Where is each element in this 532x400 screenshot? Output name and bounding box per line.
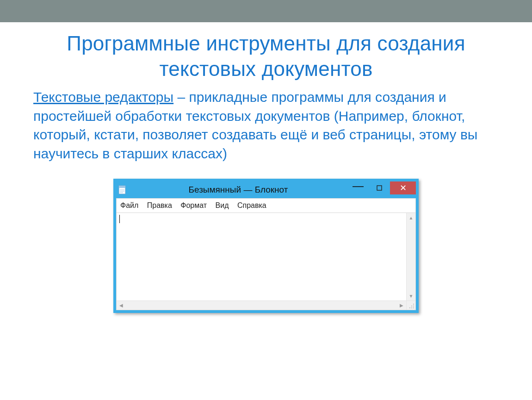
svg-point-10 [411,307,412,308]
notepad-menubar: Файл Правка Формат Вид Справка [116,198,416,213]
scroll-up-icon: ▲ [407,213,415,222]
slide-content: Программные инструменты для создания тек… [0,22,532,313]
svg-point-9 [413,307,414,308]
scroll-left-icon: ◀ [117,301,126,310]
svg-point-6 [413,304,414,305]
text-caret [119,215,120,223]
slide-title: Программные инструменты для создания тек… [33,31,499,81]
svg-point-8 [411,306,412,306]
svg-rect-5 [377,186,382,190]
close-button[interactable]: ✕ [390,181,416,194]
paragraph-lead: Текстовые редакторы [33,89,173,105]
notepad-titlebar[interactable]: Безымянный — Блокнот — ✕ [116,181,416,198]
vertical-scrollbar[interactable]: ▲ ▼ [406,213,415,300]
close-icon: ✕ [400,183,407,193]
maximize-icon [377,185,382,191]
minimize-button[interactable]: — [347,181,369,194]
scroll-down-icon: ▼ [407,291,415,300]
menu-format[interactable]: Формат [180,201,207,210]
svg-point-11 [409,307,410,308]
resize-grip-icon[interactable] [409,303,414,309]
menu-help[interactable]: Справка [237,201,266,210]
notepad-editor-area: ▲ ▼ ◀ ▶ [116,213,416,310]
scroll-right-icon: ▶ [397,301,406,310]
window-controls: — ✕ [347,181,416,194]
maximize-button[interactable] [369,181,390,194]
scroll-corner [406,300,415,310]
menu-file[interactable]: Файл [120,201,138,210]
notepad-window-title: Безымянный — Блокнот [111,185,365,195]
slide-topbar [0,0,532,22]
slide-paragraph: Текстовые редакторы – прикладные програм… [33,88,499,163]
menu-edit[interactable]: Правка [147,201,172,210]
svg-point-7 [413,306,414,306]
horizontal-scrollbar[interactable]: ◀ ▶ [117,300,406,310]
notepad-figure: Безымянный — Блокнот — ✕ Фай [33,179,499,313]
notepad-textarea[interactable] [117,213,406,300]
menu-view[interactable]: Вид [216,201,229,210]
notepad-window: Безымянный — Блокнот — ✕ Фай [113,179,419,313]
